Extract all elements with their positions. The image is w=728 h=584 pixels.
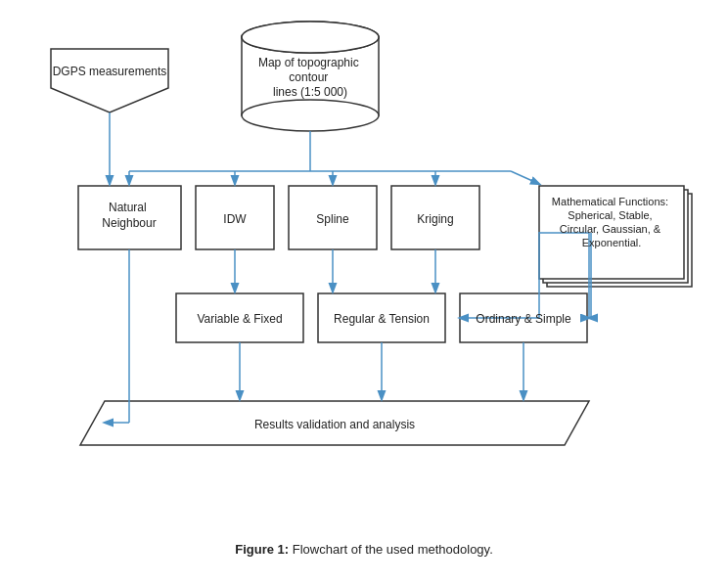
svg-rect-11 (391, 186, 479, 249)
svg-point-7 (242, 22, 379, 53)
figure-caption: Figure 1: Flowchart of the used methodol… (235, 542, 493, 557)
caption-bold: Figure 1: (235, 542, 289, 557)
svg-point-5 (242, 22, 379, 53)
svg-rect-10 (289, 186, 377, 249)
flowchart-diagram: DGPS measurements Map of topographic con… (12, 10, 716, 538)
svg-rect-13 (318, 293, 445, 342)
svg-line-23 (511, 171, 539, 184)
dgps-label: DGPS measurements (53, 65, 167, 78)
ordinary-simple-label: Ordinary & Simple (476, 312, 571, 326)
variable-fixed-label: Variable & Fixed (197, 312, 282, 326)
svg-marker-15 (80, 401, 589, 445)
svg-rect-2 (539, 186, 684, 279)
regular-tension-label: Regular & Tension (334, 312, 430, 326)
svg-rect-12 (176, 293, 303, 342)
svg-point-6 (242, 100, 379, 131)
caption-text: Flowchart of the used methodology. (289, 542, 493, 557)
svg-rect-0 (547, 194, 692, 287)
spline-label: Spline (316, 212, 349, 226)
kriging-label: Kriging (417, 212, 453, 226)
svg-rect-14 (460, 293, 587, 342)
math-functions-label: Mathematical Functions: Spherical, Stabl… (552, 196, 671, 248)
idw-label: IDW (223, 212, 247, 226)
svg-rect-9 (196, 186, 274, 249)
svg-marker-3 (51, 49, 168, 112)
svg-rect-1 (543, 190, 688, 283)
svg-rect-4 (242, 37, 379, 115)
contour-map-label: Map of topographic contour lines (1:5 00… (258, 56, 362, 99)
svg-rect-8 (78, 186, 181, 249)
natural-neighbour-label: Natural Neighbour (102, 201, 156, 230)
results-label: Results validation and analysis (254, 418, 415, 431)
